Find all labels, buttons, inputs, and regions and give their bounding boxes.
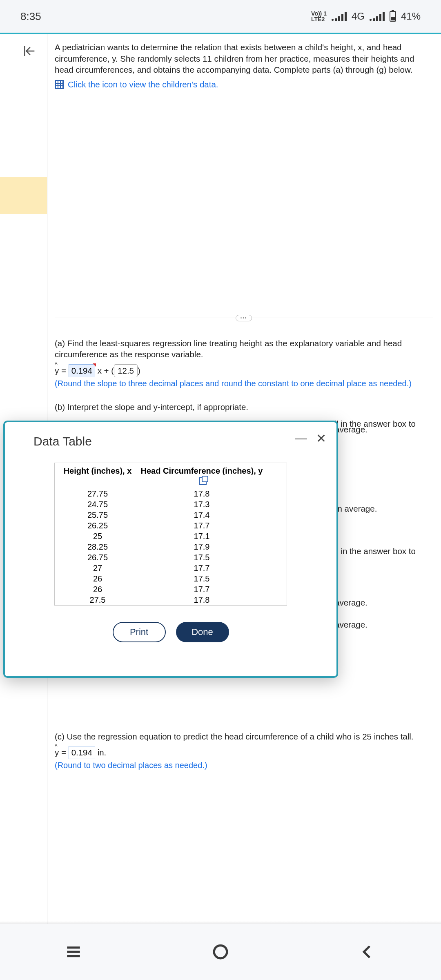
section-divider: •••: [55, 315, 433, 321]
highlight-marker: [0, 177, 47, 214]
question-intro: A pediatrician wants to determine the re…: [55, 42, 433, 76]
table-row: 2517.1: [55, 531, 287, 541]
signal-bars-icon: [332, 12, 347, 21]
table-row: 24.7517.3: [55, 499, 287, 510]
part-c-prompt: (c) Use the regression equation to predi…: [55, 731, 433, 742]
battery-pct: 41%: [401, 11, 421, 22]
recent-apps-button[interactable]: [63, 942, 84, 962]
part-a-prompt: (a) Find the least-squares regression li…: [55, 338, 433, 360]
intercept-input[interactable]: 12.5: [114, 364, 138, 377]
status-icons: Vo)) 1 LTE2 4G 41%: [311, 11, 421, 22]
table-row: 27.517.8: [55, 595, 287, 605]
android-nav-bar: [0, 924, 441, 980]
lte-indicator: Vo)) 1 LTE2: [311, 11, 327, 22]
prediction-equation: ^y = 0.194 in.: [55, 746, 433, 759]
stray-text: , fill in the answer box to: [326, 546, 416, 557]
data-table: Height (inches), x Head Circumference (i…: [54, 463, 287, 606]
network-label: 4G: [352, 11, 365, 22]
regression-equation: ^y = 0.194 x + (12.5): [55, 364, 433, 377]
svg-point-5: [214, 945, 227, 958]
print-button[interactable]: Print: [113, 622, 166, 642]
back-button[interactable]: [357, 942, 378, 962]
clock: 8:35: [20, 10, 41, 23]
table-row: 2617.7: [55, 584, 287, 595]
close-icon[interactable]: ✕: [316, 431, 326, 445]
minimize-icon[interactable]: —: [295, 431, 307, 445]
table-row: 27.7517.8: [55, 488, 287, 499]
copy-icon[interactable]: [199, 477, 207, 485]
status-bar: 8:35 Vo)) 1 LTE2 4G 41%: [0, 0, 441, 33]
done-button[interactable]: Done: [176, 622, 229, 642]
table-icon: [55, 80, 64, 89]
slope-input[interactable]: 0.194: [69, 364, 95, 377]
table-row: 2617.5: [55, 573, 287, 584]
home-button[interactable]: [210, 942, 231, 962]
data-table-modal: — ✕ Data Table Height (inches), x Head C…: [3, 421, 338, 678]
table-row: 25.7517.4: [55, 510, 287, 520]
prediction-input[interactable]: 0.194: [69, 746, 95, 759]
part-c-hint: (Round to two decimal places as needed.): [55, 760, 433, 771]
table-row: 2717.7: [55, 563, 287, 573]
view-data-link[interactable]: Click the icon to view the children's da…: [55, 79, 433, 90]
modal-title: Data Table: [33, 434, 308, 448]
signal-bars-icon: [370, 12, 385, 21]
part-a: (a) Find the least-squares regression li…: [55, 338, 433, 389]
table-row: 26.2517.7: [55, 520, 287, 531]
part-b-prompt: (b) Interpret the slope and y-intercept,…: [55, 401, 433, 413]
table-header: Height (inches), x Head Circumference (i…: [55, 463, 287, 488]
more-icon[interactable]: •••: [236, 315, 252, 321]
stray-text: average.: [335, 619, 368, 630]
stray-text: average.: [335, 424, 368, 435]
stray-text: average.: [335, 597, 368, 608]
battery-icon: [390, 11, 396, 22]
table-row: 26.7517.5: [55, 552, 287, 563]
collapse-panel-button[interactable]: [22, 45, 36, 59]
part-c: (c) Use the regression equation to predi…: [55, 731, 433, 771]
table-row: 28.2517.9: [55, 541, 287, 552]
part-a-hint: (Round the slope to three decimal places…: [55, 378, 433, 389]
